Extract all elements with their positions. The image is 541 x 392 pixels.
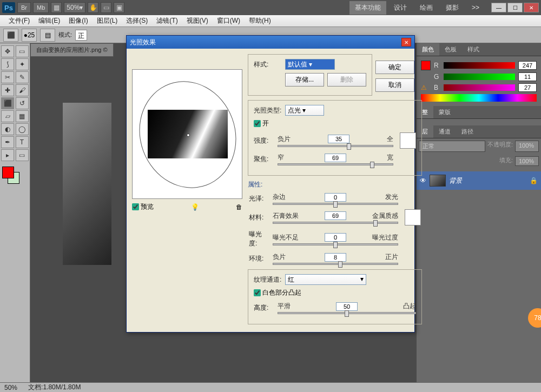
brush-panel-icon[interactable]: ▤ — [40, 29, 55, 42]
material-slider[interactable] — [273, 222, 398, 224]
arrange-icon[interactable]: ▭ — [101, 2, 111, 13]
close-button[interactable]: ✕ — [524, 3, 539, 12]
move-tool[interactable]: ✥ — [1, 45, 14, 57]
workspace-essentials[interactable]: 基本功能 — [349, 1, 386, 15]
g-slider[interactable] — [444, 74, 515, 80]
channels-tab[interactable]: 通道 — [433, 125, 456, 138]
ambience-value[interactable] — [325, 253, 346, 262]
layer-background[interactable]: 👁 背景 🔒 — [417, 171, 541, 190]
white-high-checkbox[interactable]: 白色部分凸起 — [254, 288, 416, 297]
marquee-tool[interactable]: ▭ — [16, 45, 29, 57]
texture-channel-select[interactable]: 红▾ — [285, 274, 366, 285]
focus-value[interactable] — [325, 154, 346, 162]
ok-button[interactable]: 确定 — [375, 61, 414, 74]
menu-filter[interactable]: 滤镜(T) — [152, 15, 182, 27]
masks-tab[interactable]: 蒙版 — [433, 106, 456, 118]
path-select-tool[interactable]: ▸ — [1, 149, 14, 161]
on-checkbox[interactable]: 开 — [254, 119, 416, 128]
workspace-painting[interactable]: 绘画 — [414, 1, 438, 15]
type-tool[interactable]: T — [16, 136, 29, 148]
dialog-close-button[interactable]: ✕ — [401, 38, 411, 46]
current-tool-icon[interactable]: ⬛ — [3, 29, 18, 42]
document-tab[interactable]: 自由变换的应用图片.png © — [30, 43, 114, 57]
workspace-photography[interactable]: 摄影 — [440, 1, 464, 15]
menu-layer[interactable]: 图层(L) — [93, 15, 122, 27]
lasso-tool[interactable]: ⟆ — [1, 58, 14, 70]
b-value[interactable]: 27 — [518, 83, 537, 92]
light-type-select[interactable]: 点光 ▾ — [285, 105, 324, 116]
preview-box[interactable] — [132, 69, 242, 199]
stamp-tool[interactable]: ⬛ — [1, 97, 14, 109]
blur-tool[interactable]: ◐ — [1, 123, 14, 135]
status-zoom[interactable]: 50% — [4, 384, 17, 391]
workspace-more[interactable]: >> — [466, 2, 485, 14]
light-bulb-icon[interactable]: 💡 — [191, 203, 199, 211]
maximize-button[interactable]: ☐ — [507, 3, 523, 12]
minibridge-button[interactable]: Mb — [33, 2, 49, 13]
color-swatches[interactable] — [1, 165, 29, 185]
foreground-color[interactable] — [2, 167, 14, 178]
minimize-button[interactable]: — — [491, 3, 506, 12]
healing-tool[interactable]: ✚ — [1, 84, 14, 96]
exposure-value[interactable] — [325, 233, 346, 242]
ambience-slider[interactable] — [273, 263, 398, 265]
style-select[interactable]: 默认值 ▾ — [285, 59, 335, 70]
focus-slider[interactable] — [278, 163, 393, 165]
eraser-tool[interactable]: ▱ — [1, 110, 14, 122]
exposure-slider[interactable] — [273, 243, 398, 245]
gradient-tool[interactable]: ▦ — [16, 110, 29, 122]
opacity-value[interactable]: 100% — [515, 141, 539, 152]
dodge-tool[interactable]: ◯ — [16, 123, 29, 135]
light-color-swatch[interactable] — [400, 132, 416, 149]
layer-thumbnail[interactable] — [430, 175, 446, 187]
menu-file[interactable]: 文件(F) — [4, 15, 34, 27]
r-value[interactable]: 247 — [518, 61, 537, 70]
brush-tool[interactable]: 🖌 — [16, 84, 29, 96]
pen-tool[interactable]: ✒ — [1, 136, 14, 148]
swatches-tab[interactable]: 色板 — [439, 43, 462, 56]
g-value[interactable]: 11 — [518, 72, 537, 81]
cancel-button[interactable]: 取消 — [375, 78, 414, 92]
gloss-value[interactable] — [325, 193, 346, 202]
color-ramp[interactable] — [421, 94, 537, 102]
menu-view[interactable]: 视图(V) — [182, 15, 213, 27]
paths-tab[interactable]: 路径 — [456, 125, 479, 138]
fill-value[interactable]: 100% — [515, 156, 539, 166]
height-slider[interactable] — [278, 312, 416, 314]
bridge-button[interactable]: Br — [17, 2, 31, 13]
zoom-dropdown[interactable]: 50% ▾ — [64, 2, 85, 13]
trash-icon[interactable]: 🗑 — [236, 203, 242, 211]
eyedropper-tool[interactable]: ✎ — [16, 71, 29, 83]
material-value[interactable] — [325, 211, 346, 220]
workspace-design[interactable]: 设计 — [388, 1, 412, 15]
b-slider[interactable] — [444, 84, 515, 91]
menu-edit[interactable]: 编辑(E) — [34, 15, 64, 27]
styles-tab[interactable]: 样式 — [462, 43, 485, 56]
menu-image[interactable]: 图像(I) — [64, 15, 92, 27]
r-slider[interactable] — [444, 62, 515, 69]
brush-preset[interactable]: ●25 — [22, 29, 37, 42]
height-value[interactable] — [336, 302, 358, 311]
menu-window[interactable]: 窗口(W) — [213, 15, 245, 27]
menu-help[interactable]: 帮助(H) — [245, 15, 275, 27]
preview-checkbox[interactable]: 预览 — [132, 202, 154, 211]
intensity-value[interactable] — [328, 135, 349, 143]
hand-icon[interactable]: ✋ — [88, 2, 98, 13]
magic-wand-tool[interactable]: ✦ — [16, 58, 29, 70]
gloss-slider[interactable] — [273, 203, 398, 205]
mode-select[interactable]: 正 — [75, 30, 87, 41]
ambient-color-swatch[interactable] — [405, 209, 421, 225]
save-button[interactable]: 存储... — [285, 73, 324, 87]
canvas[interactable] — [63, 103, 111, 265]
history-brush-tool[interactable]: ↺ — [16, 97, 29, 109]
dialog-titlebar[interactable]: 光照效果 ✕ — [127, 36, 414, 49]
view-extras-icon[interactable]: ▦ — [51, 2, 62, 13]
crop-tool[interactable]: ✂ — [1, 71, 14, 83]
fg-swatch[interactable] — [421, 61, 431, 70]
menu-select[interactable]: 选择(S) — [122, 15, 152, 27]
intensity-slider[interactable] — [278, 145, 393, 147]
delete-button[interactable]: 删除 — [327, 73, 366, 87]
screen-mode-icon[interactable]: ▣ — [114, 2, 124, 13]
blend-mode-select[interactable]: 正常 — [419, 141, 485, 152]
shape-tool[interactable]: ▭ — [16, 149, 29, 161]
